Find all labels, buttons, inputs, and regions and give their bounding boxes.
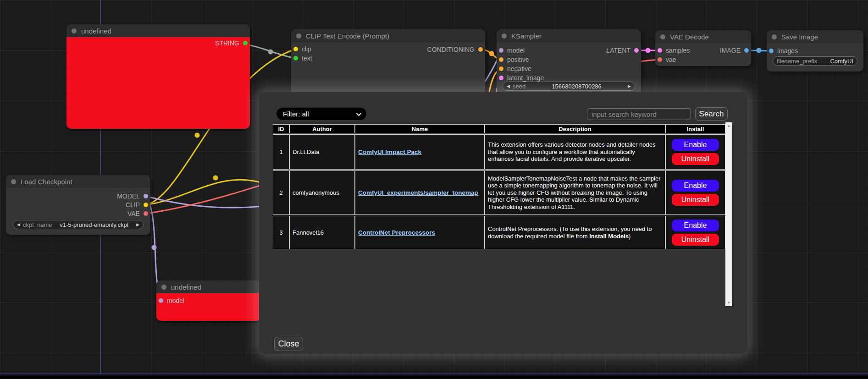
node-titlebar[interactable]: VAE Decode [655, 30, 751, 43]
node-vae-decode[interactable]: VAE Decode samples vae IMAGE [655, 30, 751, 66]
node-titlebar[interactable]: Load Checkpoint [6, 175, 150, 188]
node-ksampler[interactable]: KSampler model positive negative latent_… [497, 29, 641, 98]
collapse-dot-icon[interactable] [502, 33, 507, 38]
node-titlebar[interactable]: CLIP Text Encode (Prompt) [291, 29, 485, 42]
clip-port-dot[interactable] [144, 203, 148, 207]
model-input-port[interactable]: model [499, 46, 525, 55]
slot-label: clip [302, 45, 311, 53]
samples-input-port[interactable]: samples [658, 46, 690, 55]
widget-value: 156680208700286 [552, 83, 601, 90]
slot-label: VAE [127, 210, 140, 217]
enable-button[interactable]: Enable [672, 139, 719, 151]
wire-midpoint [489, 51, 494, 56]
stepper-left-icon[interactable]: ◀ [507, 84, 510, 88]
image-port-dot[interactable] [769, 49, 774, 53]
uninstall-button[interactable]: Uninstall [672, 234, 719, 246]
vae-output-port[interactable]: VAE [127, 209, 148, 218]
slot-label: samples [666, 47, 690, 54]
images-input-port[interactable]: images [769, 47, 798, 55]
filter-select[interactable]: Filter: all [276, 108, 366, 120]
slot-label: MODEL [117, 192, 140, 200]
slot-label: latent_image [507, 74, 544, 82]
conditioning-port-dot[interactable] [499, 66, 503, 71]
widget-label: ckpt_name [23, 221, 52, 228]
vae-input-port[interactable]: vae [658, 55, 676, 64]
string-output-port[interactable]: STRING [215, 39, 248, 47]
clip-output-port[interactable]: CLIP [126, 201, 148, 209]
latent-port-dot[interactable] [634, 48, 639, 53]
header-id: ID [273, 124, 289, 133]
clip-input-port[interactable]: clip [293, 45, 311, 53]
widget-value: ComfyUI [830, 58, 853, 65]
extension-table-body: 1Dr.Lt.DataComfyUI Impact PackThis exten… [273, 134, 725, 249]
vae-port-dot[interactable] [144, 211, 148, 216]
extension-link[interactable]: ComfyUI_experiments/sampler_tonemap [358, 189, 478, 196]
conditioning-port-dot[interactable] [478, 47, 483, 52]
scroll-down-icon[interactable]: ▼ [727, 301, 731, 305]
search-input[interactable] [587, 108, 691, 120]
filename-prefix-widget[interactable]: filename_prefix ComfyUI [773, 56, 857, 66]
model-input-port[interactable]: model [159, 297, 184, 305]
search-button[interactable]: Search [695, 107, 728, 121]
close-button[interactable]: Close [274, 337, 303, 351]
string-port-dot[interactable] [293, 56, 298, 60]
collapse-dot-icon[interactable] [772, 34, 777, 39]
node-save-image[interactable]: Save Image images filename_prefix ComfyU… [767, 30, 863, 71]
image-output-port[interactable]: IMAGE [720, 46, 749, 55]
conditioning-port-dot[interactable] [499, 57, 503, 62]
extension-link[interactable]: ComfyUI Impact Pack [358, 148, 421, 155]
slot-label: model [167, 297, 184, 304]
model-port-dot[interactable] [499, 48, 503, 53]
uninstall-button[interactable]: Uninstall [672, 194, 719, 206]
node-title: VAE Decode [670, 33, 709, 41]
vae-port-dot[interactable] [658, 57, 662, 62]
text-input-port[interactable]: text [293, 54, 312, 62]
stepper-left-icon[interactable]: ◀ [17, 223, 20, 227]
node-titlebar[interactable]: undefined [156, 280, 261, 293]
collapse-dot-icon[interactable] [296, 33, 301, 38]
conditioning-output-port[interactable]: CONDITIONING [427, 45, 483, 54]
node-titlebar[interactable]: Save Image [767, 30, 863, 43]
scrollbar[interactable]: ▲ ▼ [725, 122, 732, 306]
node-title: CLIP Text Encode (Prompt) [306, 32, 389, 40]
slot-label: vae [666, 56, 676, 63]
negative-input-port[interactable]: negative [499, 65, 531, 73]
table-header-row: ID Author Name Description Install [273, 124, 725, 133]
model-port-dot[interactable] [144, 194, 148, 198]
scroll-up-icon[interactable]: ▲ [727, 124, 731, 128]
latent-port-dot[interactable] [658, 48, 662, 53]
node-undefined-bottom[interactable]: undefined model [156, 280, 261, 321]
extension-author-cell: Dr.Lt.Data [289, 134, 355, 170]
node-load-checkpoint[interactable]: Load Checkpoint MODEL CLIP VAE ◀ ckpt_na… [6, 175, 150, 235]
clip-port-dot[interactable] [293, 47, 298, 51]
string-port-dot[interactable] [243, 41, 248, 45]
model-output-port[interactable]: MODEL [117, 192, 148, 200]
wire-midpoint [757, 48, 762, 53]
collapse-dot-icon[interactable] [660, 34, 665, 39]
node-titlebar[interactable]: undefined [66, 24, 250, 37]
extension-link[interactable]: ControlNet Preprocessors [358, 229, 435, 236]
node-title: Save Image [781, 33, 818, 41]
ckpt-name-stepper[interactable]: ◀ ckpt_name v1-5-pruned-emaonly.ckpt ▶ [13, 220, 144, 229]
seed-stepper[interactable]: ◀ seed 156680208700286 ▶ [503, 82, 635, 91]
enable-button[interactable]: Enable [672, 180, 719, 192]
extension-install-cell: EnableUninstall [665, 216, 725, 249]
node-titlebar[interactable]: KSampler [497, 29, 641, 42]
positive-input-port[interactable]: positive [499, 55, 529, 64]
model-port-dot[interactable] [159, 298, 163, 303]
collapse-dot-icon[interactable] [72, 28, 77, 33]
uninstall-button[interactable]: Uninstall [672, 153, 719, 165]
latent-image-input-port[interactable]: latent_image [499, 74, 544, 82]
collapse-dot-icon[interactable] [161, 285, 166, 290]
wire-midpoint [646, 48, 651, 53]
collapse-dot-icon[interactable] [11, 179, 16, 184]
latent-output-port[interactable]: LATENT [606, 46, 639, 55]
enable-button[interactable]: Enable [672, 220, 719, 231]
stepper-right-icon[interactable]: ▶ [628, 84, 631, 88]
stepper-right-icon[interactable]: ▶ [136, 223, 139, 227]
node-undefined-top[interactable]: undefined STRING [66, 24, 250, 129]
latent-port-dot[interactable] [499, 76, 503, 80]
widget-value: v1-5-pruned-emaonly.ckpt [60, 221, 128, 228]
header-author: Author [289, 124, 355, 133]
image-port-dot[interactable] [744, 48, 749, 53]
